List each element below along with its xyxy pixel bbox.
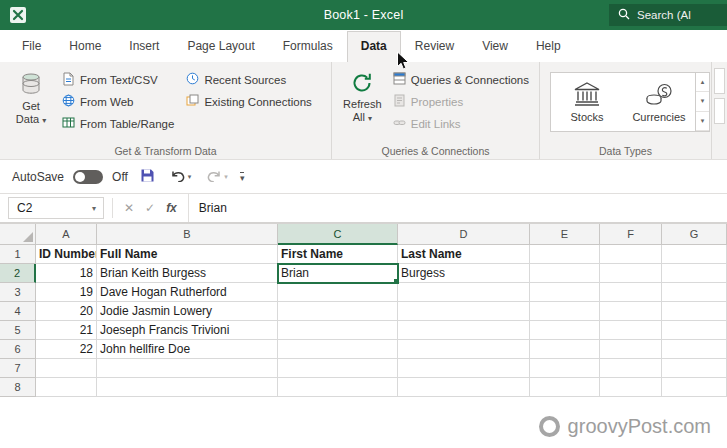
- tab-review[interactable]: Review: [401, 31, 468, 62]
- chevron-down-icon[interactable]: ▾: [85, 204, 103, 213]
- cell-a2[interactable]: 18: [36, 264, 97, 283]
- cell-a5[interactable]: 21: [36, 321, 97, 340]
- cell-e5[interactable]: [530, 321, 600, 340]
- column-header-d[interactable]: D: [398, 224, 530, 245]
- cell-e4[interactable]: [530, 302, 600, 321]
- cell-g4[interactable]: [662, 302, 727, 321]
- undo-button[interactable]: ▾: [167, 169, 195, 185]
- cell-d3[interactable]: [398, 283, 530, 302]
- cell-a7[interactable]: [36, 359, 97, 378]
- cell-c4[interactable]: [278, 302, 398, 321]
- row-header-6[interactable]: 6: [0, 340, 36, 359]
- row-header-7[interactable]: 7: [0, 359, 36, 378]
- cell-d2[interactable]: Burgess: [398, 264, 530, 283]
- cell-a3[interactable]: 19: [36, 283, 97, 302]
- cell-e2[interactable]: [530, 264, 600, 283]
- cell-f4[interactable]: [600, 302, 662, 321]
- cell-g1[interactable]: [662, 245, 727, 264]
- cell-e7[interactable]: [530, 359, 600, 378]
- recent-sources-button[interactable]: Recent Sources: [186, 72, 311, 87]
- cell-c2[interactable]: Brian: [278, 264, 398, 283]
- cell-f5[interactable]: [600, 321, 662, 340]
- cell-d5[interactable]: [398, 321, 530, 340]
- stocks-button[interactable]: Stocks: [551, 73, 623, 131]
- tab-home[interactable]: Home: [55, 31, 115, 62]
- edit-links-button[interactable]: Edit Links: [393, 116, 529, 131]
- cell-c6[interactable]: [278, 340, 398, 359]
- cell-c7[interactable]: [278, 359, 398, 378]
- cell-d1[interactable]: Last Name: [398, 245, 530, 264]
- fill-handle[interactable]: [393, 278, 398, 283]
- cell-g3[interactable]: [662, 283, 727, 302]
- get-data-button[interactable]: Get Data ▾: [6, 66, 56, 127]
- customize-qat-button[interactable]: ▾: [240, 172, 245, 182]
- refresh-all-button[interactable]: Refresh All ▾: [338, 66, 387, 125]
- row-header-4[interactable]: 4: [0, 302, 36, 321]
- save-button[interactable]: [137, 168, 158, 186]
- insert-function-button[interactable]: fx: [166, 201, 177, 215]
- cell-d4[interactable]: [398, 302, 530, 321]
- cell-a1[interactable]: ID Number: [36, 245, 97, 264]
- tab-file[interactable]: File: [8, 31, 55, 62]
- cell-f2[interactable]: [600, 264, 662, 283]
- tab-help[interactable]: Help: [522, 31, 575, 62]
- existing-connections-button[interactable]: Existing Connections: [186, 94, 311, 109]
- tab-page-layout[interactable]: Page Layout: [173, 31, 268, 62]
- cell-d6[interactable]: [398, 340, 530, 359]
- cancel-entry-button[interactable]: ✕: [124, 201, 134, 215]
- gallery-more-button[interactable]: ▾: [696, 112, 709, 131]
- column-header-f[interactable]: F: [600, 224, 662, 245]
- column-header-g[interactable]: G: [662, 224, 727, 245]
- cell-g8[interactable]: [662, 378, 727, 397]
- cell-g7[interactable]: [662, 359, 727, 378]
- row-header-1[interactable]: 1: [0, 245, 36, 264]
- queries-connections-button[interactable]: Queries & Connections: [393, 72, 529, 87]
- cell-g2[interactable]: [662, 264, 727, 283]
- tab-formulas[interactable]: Formulas: [269, 31, 347, 62]
- from-table-range-button[interactable]: From Table/Range: [62, 116, 174, 131]
- autosave-toggle[interactable]: [73, 170, 103, 184]
- cell-g5[interactable]: [662, 321, 727, 340]
- cell-f3[interactable]: [600, 283, 662, 302]
- cell-f8[interactable]: [600, 378, 662, 397]
- cell-b3[interactable]: Dave Hogan Rutherford: [97, 283, 278, 302]
- cell-a8[interactable]: [36, 378, 97, 397]
- cell-e8[interactable]: [530, 378, 600, 397]
- from-web-button[interactable]: From Web: [62, 94, 174, 109]
- cell-e6[interactable]: [530, 340, 600, 359]
- column-header-e[interactable]: E: [530, 224, 600, 245]
- confirm-entry-button[interactable]: ✓: [145, 201, 155, 215]
- cell-b6[interactable]: John hellfire Doe: [97, 340, 278, 359]
- excel-app-icon[interactable]: [9, 6, 27, 24]
- cell-c3[interactable]: [278, 283, 398, 302]
- formula-input[interactable]: Brian: [188, 194, 727, 222]
- cell-b7[interactable]: [97, 359, 278, 378]
- row-header-2[interactable]: 2: [0, 264, 36, 283]
- from-text-csv-button[interactable]: From Text/CSV: [62, 72, 174, 87]
- gallery-scroll-up-button[interactable]: ▴: [696, 73, 709, 92]
- cell-c1[interactable]: First Name: [278, 245, 398, 264]
- properties-button[interactable]: Properties: [393, 94, 529, 109]
- name-box[interactable]: C2 ▾: [8, 197, 104, 219]
- cell-c5[interactable]: [278, 321, 398, 340]
- cell-g6[interactable]: [662, 340, 727, 359]
- cell-f1[interactable]: [600, 245, 662, 264]
- cell-b8[interactable]: [97, 378, 278, 397]
- redo-button[interactable]: ▾: [203, 169, 231, 185]
- row-header-8[interactable]: 8: [0, 378, 36, 397]
- column-header-c[interactable]: C: [278, 224, 398, 245]
- row-header-5[interactable]: 5: [0, 321, 36, 340]
- cell-f6[interactable]: [600, 340, 662, 359]
- cell-c8[interactable]: [278, 378, 398, 397]
- tab-view[interactable]: View: [468, 31, 522, 62]
- tab-data[interactable]: Data: [347, 31, 401, 62]
- titlebar-search[interactable]: Search (Al: [609, 4, 727, 26]
- tab-insert[interactable]: Insert: [115, 31, 173, 62]
- cell-d7[interactable]: [398, 359, 530, 378]
- column-header-a[interactable]: A: [36, 224, 97, 245]
- cell-f7[interactable]: [600, 359, 662, 378]
- cell-b4[interactable]: Jodie Jasmin Lowery: [97, 302, 278, 321]
- cell-b5[interactable]: Joeseph Francis Trivioni: [97, 321, 278, 340]
- cell-a6[interactable]: 22: [36, 340, 97, 359]
- cell-e1[interactable]: [530, 245, 600, 264]
